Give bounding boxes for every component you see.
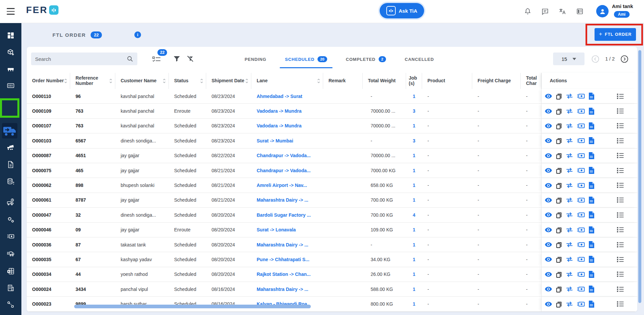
- lane-link[interactable]: Maharashtra Dairy -> ...: [251, 237, 323, 252]
- lane-link[interactable]: Chandrapur -> Vadoda...: [251, 163, 323, 178]
- details-button[interactable]: [617, 123, 624, 129]
- vertical-scrollbar[interactable]: [638, 50, 641, 303]
- selected-rows-icon[interactable]: [152, 55, 161, 63]
- payment-button[interactable]: [577, 182, 585, 189]
- sort-icon[interactable]: [109, 79, 112, 83]
- payment-button[interactable]: [577, 256, 585, 262]
- sort-icon[interactable]: [317, 79, 320, 83]
- prev-page-button[interactable]: [592, 55, 599, 63]
- reading-list-icon[interactable]: [576, 7, 584, 15]
- view-button[interactable]: [545, 227, 552, 232]
- lane-link[interactable]: Maharashtra Dairy -> ...: [251, 282, 323, 296]
- info-icon[interactable]: i: [134, 31, 141, 38]
- lane-link[interactable]: Kalyan - Bhiwandi Roa: [251, 297, 323, 311]
- details-button[interactable]: [617, 138, 624, 144]
- document-button[interactable]: [589, 241, 594, 248]
- details-button[interactable]: [617, 212, 624, 218]
- duplicate-button[interactable]: [556, 122, 562, 129]
- lane-link[interactable]: Vadodara -> Mundra: [251, 104, 323, 118]
- duplicate-button[interactable]: [556, 167, 562, 174]
- sort-icon[interactable]: [64, 79, 67, 83]
- add-ftl-order-button[interactable]: + FTL ORDER: [595, 28, 636, 41]
- transfer-button[interactable]: [566, 138, 573, 143]
- lane-link[interactable]: Bardoli Sugar Factory ...: [251, 208, 323, 222]
- sidebar-item-ftl-order-active[interactable]: [2, 123, 17, 138]
- user-avatar[interactable]: [596, 5, 609, 17]
- transfer-button[interactable]: [566, 227, 573, 233]
- sort-icon[interactable]: [163, 79, 166, 83]
- duplicate-button[interactable]: [556, 286, 562, 293]
- sort-icon[interactable]: [245, 79, 248, 83]
- sidebar-item-inventory[interactable]: [0, 174, 21, 189]
- document-button[interactable]: [589, 197, 594, 204]
- document-button[interactable]: [589, 226, 594, 233]
- sidebar-item-settings[interactable]: [0, 212, 21, 227]
- tab-completed[interactable]: COMPLETED2: [346, 50, 386, 68]
- sidebar-item-payments[interactable]: [0, 229, 21, 244]
- payment-button[interactable]: [577, 286, 585, 292]
- view-button[interactable]: [545, 168, 552, 173]
- filter-off-icon[interactable]: [186, 55, 194, 63]
- details-button[interactable]: [617, 227, 624, 233]
- jobs-link[interactable]: 1: [406, 252, 422, 267]
- document-button[interactable]: [589, 271, 594, 278]
- duplicate-button[interactable]: [556, 271, 562, 278]
- view-button[interactable]: [545, 212, 552, 217]
- duplicate-button[interactable]: [556, 152, 562, 159]
- details-button[interactable]: [617, 93, 624, 99]
- view-button[interactable]: [545, 109, 552, 114]
- search-input[interactable]: [31, 56, 127, 62]
- lane-link[interactable]: Chandrapur -> Vadoda...: [251, 148, 323, 163]
- duplicate-button[interactable]: [556, 226, 562, 233]
- sidebar-item-container[interactable]: [0, 78, 21, 93]
- sidebar-item-dock[interactable]: [0, 62, 21, 77]
- view-button[interactable]: [545, 183, 552, 188]
- jobs-link[interactable]: 1: [406, 193, 422, 207]
- lane-link[interactable]: Pune -> Chhatrapati S...: [251, 252, 323, 267]
- document-button[interactable]: [589, 167, 594, 174]
- transfer-button[interactable]: [566, 301, 573, 307]
- duplicate-button[interactable]: [556, 197, 562, 204]
- payment-button[interactable]: [577, 108, 585, 114]
- transfer-button[interactable]: [566, 197, 573, 203]
- lane-link[interactable]: Surat -> Lonavala: [251, 223, 323, 237]
- transfer-button[interactable]: [566, 93, 573, 99]
- jobs-link[interactable]: 3: [406, 104, 422, 118]
- payment-button[interactable]: [577, 212, 585, 218]
- sidebar-item-truck-history[interactable]: [0, 195, 21, 210]
- details-button[interactable]: [617, 152, 624, 159]
- document-button[interactable]: [589, 137, 594, 144]
- sidebar-item-company[interactable]: [0, 281, 21, 295]
- jobs-link[interactable]: 1: [406, 223, 422, 237]
- view-button[interactable]: [545, 94, 552, 99]
- payment-button[interactable]: [577, 301, 585, 307]
- jobs-link[interactable]: 1: [406, 89, 422, 103]
- payment-button[interactable]: [577, 241, 585, 248]
- user-chip[interactable]: Ami: [614, 11, 630, 18]
- details-button[interactable]: [617, 271, 624, 277]
- document-button[interactable]: [589, 301, 594, 308]
- lane-link[interactable]: Ahmedabad -> Surat: [251, 89, 323, 103]
- duplicate-button[interactable]: [556, 241, 562, 248]
- details-button[interactable]: [617, 108, 624, 114]
- jobs-link[interactable]: 1: [406, 267, 422, 282]
- notifications-bell-icon[interactable]: [524, 7, 532, 15]
- payment-button[interactable]: [577, 137, 585, 144]
- sidebar-item-express[interactable]: [0, 246, 21, 261]
- page-size-select[interactable]: 15: [553, 52, 585, 65]
- view-button[interactable]: [545, 302, 552, 307]
- details-button[interactable]: [617, 182, 624, 188]
- sidebar-item-documents[interactable]: [0, 157, 21, 172]
- transfer-button[interactable]: [566, 272, 573, 277]
- duplicate-button[interactable]: [556, 211, 562, 218]
- details-button[interactable]: [617, 301, 624, 307]
- menu-icon[interactable]: [7, 8, 15, 15]
- sidebar-item-spreadsheet[interactable]: [0, 264, 21, 279]
- details-button[interactable]: [617, 168, 624, 174]
- jobs-link[interactable]: 1: [406, 237, 422, 252]
- transfer-button[interactable]: [566, 256, 573, 262]
- document-button[interactable]: [589, 152, 594, 159]
- jobs-link[interactable]: 1: [406, 119, 422, 133]
- duplicate-button[interactable]: [556, 256, 562, 263]
- duplicate-button[interactable]: [556, 93, 562, 100]
